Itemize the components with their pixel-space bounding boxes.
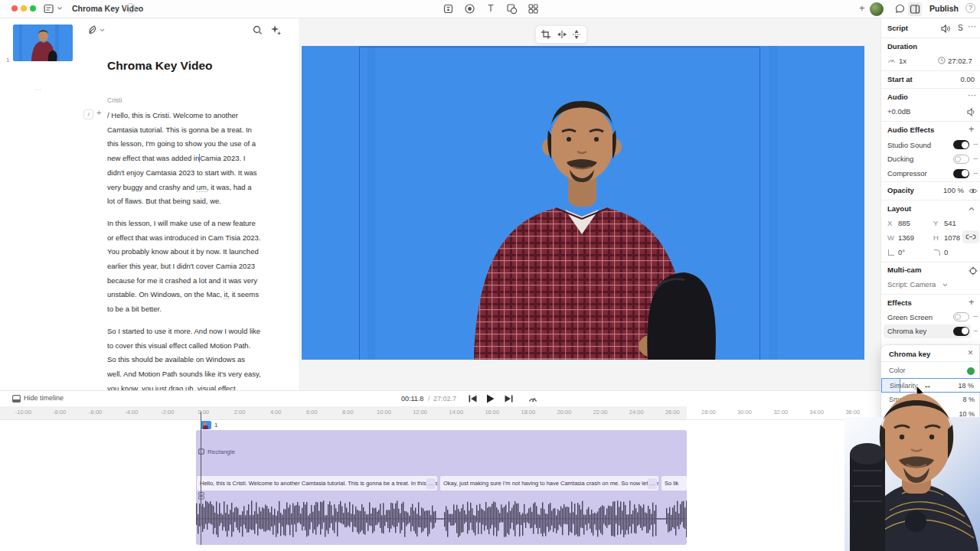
audio-effect-row[interactable]: Ducking− bbox=[881, 152, 980, 167]
help-icon[interactable]: ? bbox=[965, 3, 975, 13]
multicam-chevron-icon[interactable] bbox=[942, 283, 948, 287]
script-audio-icon[interactable] bbox=[941, 24, 950, 33]
effect-toggle[interactable] bbox=[953, 327, 969, 336]
transcript-paragraph[interactable]: In this lesson, I will make use of a new… bbox=[107, 217, 261, 317]
close-window-button[interactable] bbox=[11, 5, 18, 11]
add-block-button[interactable]: + bbox=[96, 108, 101, 117]
corner-radius-value[interactable]: 0 bbox=[944, 248, 948, 256]
play-button[interactable] bbox=[486, 394, 495, 403]
add-scene-hint[interactable]: ⋯ bbox=[34, 86, 41, 93]
audio-effects-add-icon[interactable]: + bbox=[969, 123, 975, 135]
text-tool-icon[interactable]: T bbox=[485, 3, 496, 14]
style-button[interactable]: S bbox=[958, 24, 963, 32]
script-more-icon[interactable]: ⋯ bbox=[968, 21, 976, 31]
popup-close-icon[interactable]: × bbox=[968, 347, 973, 358]
skip-forward-icon[interactable] bbox=[505, 395, 513, 403]
timeline-ruler[interactable]: -10:00-8:00-6:00-4:00-2:000:002:004:006:… bbox=[0, 406, 980, 419]
duration-value[interactable]: 27:02.7 bbox=[948, 57, 972, 65]
speed-value[interactable]: 1x bbox=[899, 57, 906, 65]
transcript-clip[interactable]: So lik bbox=[662, 476, 687, 491]
transcript-text[interactable]: In this lesson, I will make use of a new… bbox=[107, 219, 261, 299]
filler-word[interactable]: um, bbox=[197, 183, 209, 191]
clip-selection-outline[interactable] bbox=[359, 47, 760, 360]
playhead[interactable] bbox=[201, 412, 201, 545]
filler-word[interactable]: it, bbox=[224, 290, 230, 298]
search-icon[interactable] bbox=[253, 25, 263, 35]
w-value[interactable]: 1369 bbox=[898, 233, 914, 242]
shapes-icon[interactable] bbox=[506, 3, 518, 15]
opacity-value[interactable]: 100 % bbox=[943, 186, 964, 194]
crop-icon[interactable] bbox=[541, 30, 550, 39]
transcript-clip[interactable]: Hello, this is Cristi. Welcome to anothe… bbox=[197, 476, 437, 491]
multicam-target-icon[interactable] bbox=[969, 266, 978, 276]
layout-collapse-chevron-icon[interactable] bbox=[969, 207, 975, 211]
write-mode-icon[interactable] bbox=[87, 24, 98, 36]
avatar[interactable] bbox=[870, 2, 884, 16]
skip-back-icon[interactable] bbox=[469, 395, 477, 403]
chroma-param-value[interactable]: 10 % bbox=[959, 410, 975, 418]
capture-icon[interactable] bbox=[443, 3, 454, 15]
effect-row[interactable]: Green Screen− bbox=[881, 310, 980, 324]
audio-gain-value[interactable]: +0.0dB bbox=[887, 107, 910, 116]
video-preview[interactable] bbox=[302, 46, 864, 360]
record-icon[interactable] bbox=[464, 3, 475, 15]
comments-icon[interactable] bbox=[894, 3, 906, 15]
timeline-scene-chip[interactable] bbox=[201, 421, 211, 429]
gain-speaker-icon[interactable] bbox=[967, 108, 976, 116]
chroma-param-value[interactable]: 8 % bbox=[962, 396, 975, 403]
audio-effect-remove-button[interactable]: − bbox=[973, 154, 978, 163]
transcript-paragraph[interactable]: So I started to use it more. And now I w… bbox=[107, 324, 261, 390]
effect-row[interactable]: Chroma key− bbox=[881, 324, 980, 339]
zoom-window-button[interactable] bbox=[30, 5, 36, 11]
ai-actions-icon[interactable] bbox=[270, 24, 281, 35]
script-title[interactable]: Chroma Key Video bbox=[107, 59, 213, 73]
script-transcript[interactable]: / Hello, this is Cristi. Welcome to anot… bbox=[107, 109, 261, 390]
audio-effect-row[interactable]: Compressor− bbox=[881, 167, 980, 181]
fit-height-icon[interactable] bbox=[573, 30, 580, 39]
audio-effect-remove-button[interactable]: − bbox=[973, 139, 978, 148]
app-menu-chevron-icon[interactable] bbox=[57, 6, 63, 11]
audio-effect-row[interactable]: Studio Sound− bbox=[881, 138, 980, 152]
h-value[interactable]: 1078 bbox=[944, 233, 960, 242]
track-label[interactable]: Rectangle bbox=[207, 448, 235, 455]
playback-speed-icon[interactable] bbox=[528, 395, 537, 403]
slash-command-button[interactable]: / bbox=[83, 109, 93, 119]
audio-effect-toggle[interactable] bbox=[953, 155, 969, 164]
layout-templates-icon[interactable] bbox=[528, 3, 539, 15]
hide-timeline-icon[interactable] bbox=[12, 395, 21, 403]
transcript-paragraph[interactable]: / Hello, this is Cristi. Welcome to anot… bbox=[107, 109, 261, 209]
effect-toggle[interactable] bbox=[953, 312, 969, 321]
minimize-window-button[interactable] bbox=[21, 5, 27, 11]
x-value[interactable]: 885 bbox=[898, 219, 910, 227]
speed-gauge-icon[interactable] bbox=[887, 57, 896, 64]
transcript-clip[interactable]: Okay, just making sure I'm not having to… bbox=[440, 476, 658, 491]
audio-more-icon[interactable]: ⋯ bbox=[968, 90, 976, 100]
publish-button[interactable]: Publish bbox=[929, 4, 959, 13]
clip-more-button[interactable]: … bbox=[426, 478, 436, 489]
hide-timeline-button[interactable]: Hide timeline bbox=[24, 394, 64, 402]
multicam-source[interactable]: Script: Camera bbox=[887, 280, 936, 289]
transcript-text[interactable]: So I started to use it more. And now I w… bbox=[107, 327, 261, 390]
invite-plus-icon[interactable]: + bbox=[859, 2, 865, 14]
audio-waveform[interactable] bbox=[196, 497, 687, 540]
chroma-param-row[interactable]: Color bbox=[881, 364, 980, 378]
audio-effect-remove-button[interactable]: − bbox=[973, 168, 978, 178]
audio-effect-toggle[interactable] bbox=[953, 140, 969, 149]
eye-icon[interactable] bbox=[969, 187, 978, 194]
chroma-param-row[interactable]: Spill10 % bbox=[881, 407, 980, 422]
scene-thumbnail[interactable] bbox=[13, 24, 73, 61]
app-menu-icon[interactable] bbox=[43, 3, 54, 15]
write-mode-chevron-icon[interactable] bbox=[100, 28, 105, 32]
toggle-inspector-button[interactable] bbox=[908, 2, 922, 16]
clip-more-button[interactable]: … bbox=[648, 478, 657, 489]
rotation-value[interactable]: 0° bbox=[898, 248, 905, 256]
effects-add-icon[interactable]: + bbox=[969, 296, 975, 308]
link-dimensions-button[interactable] bbox=[962, 230, 979, 243]
effect-remove-button[interactable]: − bbox=[973, 326, 978, 335]
key-color-swatch[interactable] bbox=[967, 367, 975, 375]
y-value[interactable]: 541 bbox=[944, 219, 956, 227]
fit-width-icon[interactable] bbox=[557, 31, 567, 38]
start-at-value[interactable]: 0.00 bbox=[961, 75, 975, 83]
chroma-param-value[interactable]: 18 % bbox=[958, 382, 974, 390]
effect-remove-button[interactable]: − bbox=[973, 311, 978, 321]
